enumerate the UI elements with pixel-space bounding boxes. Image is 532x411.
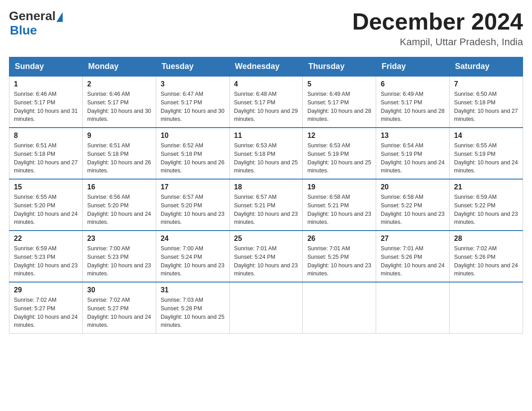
day-number: 24 (161, 235, 225, 243)
table-row: 11 Sunrise: 6:53 AM Sunset: 5:18 PM Dayl… (229, 128, 303, 179)
title-area: December 2024 Kampil, Uttar Pradesh, Ind… (352, 9, 523, 48)
day-number: 13 (381, 132, 445, 140)
day-number: 22 (14, 235, 78, 243)
table-row: 14 Sunrise: 6:55 AM Sunset: 5:19 PM Dayl… (450, 128, 523, 179)
day-info: Sunrise: 6:58 AM Sunset: 5:22 PM Dayligh… (381, 193, 445, 227)
table-row: 13 Sunrise: 6:54 AM Sunset: 5:19 PM Dayl… (376, 128, 450, 179)
day-info: Sunrise: 7:02 AM Sunset: 5:27 PM Dayligh… (87, 296, 151, 330)
day-number: 19 (307, 183, 371, 191)
table-row: 26 Sunrise: 7:01 AM Sunset: 5:25 PM Dayl… (303, 231, 376, 282)
day-number: 17 (161, 183, 225, 191)
table-row: 1 Sunrise: 6:46 AM Sunset: 5:17 PM Dayli… (9, 76, 83, 128)
table-row (450, 282, 523, 334)
col-header-sunday: Sunday (9, 57, 83, 77)
day-number: 16 (87, 183, 151, 191)
day-info: Sunrise: 7:01 AM Sunset: 5:24 PM Dayligh… (234, 244, 298, 278)
day-info: Sunrise: 6:59 AM Sunset: 5:22 PM Dayligh… (454, 193, 518, 227)
day-number: 10 (161, 132, 225, 140)
table-row: 18 Sunrise: 6:57 AM Sunset: 5:21 PM Dayl… (229, 179, 303, 231)
day-number: 9 (87, 132, 151, 140)
day-info: Sunrise: 6:51 AM Sunset: 5:18 PM Dayligh… (14, 141, 78, 175)
table-row: 16 Sunrise: 6:56 AM Sunset: 5:20 PM Dayl… (82, 179, 156, 231)
day-info: Sunrise: 6:56 AM Sunset: 5:20 PM Dayligh… (87, 193, 151, 227)
day-number: 6 (381, 80, 445, 88)
table-row (229, 282, 303, 334)
day-info: Sunrise: 7:01 AM Sunset: 5:26 PM Dayligh… (381, 244, 445, 278)
calendar-week-row: 8 Sunrise: 6:51 AM Sunset: 5:18 PM Dayli… (9, 128, 523, 179)
day-number: 5 (307, 80, 371, 88)
page-header: General Blue December 2024 Kampil, Uttar… (9, 9, 523, 48)
day-number: 23 (87, 235, 151, 243)
table-row: 4 Sunrise: 6:48 AM Sunset: 5:17 PM Dayli… (229, 76, 303, 128)
day-info: Sunrise: 7:00 AM Sunset: 5:23 PM Dayligh… (87, 244, 151, 278)
day-number: 7 (454, 80, 518, 88)
table-row: 8 Sunrise: 6:51 AM Sunset: 5:18 PM Dayli… (9, 128, 83, 179)
table-row: 5 Sunrise: 6:49 AM Sunset: 5:17 PM Dayli… (303, 76, 376, 128)
logo: General Blue (9, 9, 63, 38)
table-row: 31 Sunrise: 7:03 AM Sunset: 5:28 PM Dayl… (156, 282, 229, 334)
day-info: Sunrise: 6:54 AM Sunset: 5:19 PM Dayligh… (381, 141, 445, 175)
location-subtitle: Kampil, Uttar Pradesh, India (352, 36, 523, 48)
calendar-week-row: 15 Sunrise: 6:55 AM Sunset: 5:20 PM Dayl… (9, 179, 523, 231)
table-row: 20 Sunrise: 6:58 AM Sunset: 5:22 PM Dayl… (376, 179, 450, 231)
day-number: 27 (381, 235, 445, 243)
day-number: 3 (161, 80, 225, 88)
day-number: 1 (14, 80, 78, 88)
day-info: Sunrise: 7:01 AM Sunset: 5:25 PM Dayligh… (307, 244, 371, 278)
table-row: 29 Sunrise: 7:02 AM Sunset: 5:27 PM Dayl… (9, 282, 83, 334)
day-info: Sunrise: 6:46 AM Sunset: 5:17 PM Dayligh… (87, 90, 151, 124)
table-row: 24 Sunrise: 7:00 AM Sunset: 5:24 PM Dayl… (156, 231, 229, 282)
day-info: Sunrise: 6:50 AM Sunset: 5:18 PM Dayligh… (454, 90, 518, 124)
day-number: 11 (234, 132, 298, 140)
col-header-tuesday: Tuesday (156, 57, 229, 77)
day-number: 20 (381, 183, 445, 191)
logo-general-text: General (9, 9, 56, 23)
day-number: 2 (87, 80, 151, 88)
day-number: 31 (161, 286, 225, 294)
day-info: Sunrise: 6:53 AM Sunset: 5:18 PM Dayligh… (234, 141, 298, 175)
day-number: 8 (14, 132, 78, 140)
month-year-title: December 2024 (352, 9, 523, 34)
day-number: 14 (454, 132, 518, 140)
table-row (376, 282, 450, 334)
day-info: Sunrise: 6:57 AM Sunset: 5:20 PM Dayligh… (161, 193, 225, 227)
calendar-table: Sunday Monday Tuesday Wednesday Thursday… (9, 57, 523, 334)
calendar-week-row: 22 Sunrise: 6:59 AM Sunset: 5:23 PM Dayl… (9, 231, 523, 282)
col-header-wednesday: Wednesday (229, 57, 303, 77)
table-row: 21 Sunrise: 6:59 AM Sunset: 5:22 PM Dayl… (450, 179, 523, 231)
col-header-thursday: Thursday (303, 57, 376, 77)
day-number: 21 (454, 183, 518, 191)
day-info: Sunrise: 6:49 AM Sunset: 5:17 PM Dayligh… (381, 90, 445, 124)
table-row: 30 Sunrise: 7:02 AM Sunset: 5:27 PM Dayl… (82, 282, 156, 334)
table-row (303, 282, 376, 334)
table-row: 12 Sunrise: 6:53 AM Sunset: 5:19 PM Dayl… (303, 128, 376, 179)
day-number: 18 (234, 183, 298, 191)
day-number: 30 (87, 286, 151, 294)
table-row: 17 Sunrise: 6:57 AM Sunset: 5:20 PM Dayl… (156, 179, 229, 231)
day-number: 12 (307, 132, 371, 140)
day-number: 4 (234, 80, 298, 88)
calendar-header-row: Sunday Monday Tuesday Wednesday Thursday… (9, 57, 523, 77)
table-row: 10 Sunrise: 6:52 AM Sunset: 5:18 PM Dayl… (156, 128, 229, 179)
col-header-monday: Monday (82, 57, 156, 77)
table-row: 19 Sunrise: 6:58 AM Sunset: 5:21 PM Dayl… (303, 179, 376, 231)
table-row: 28 Sunrise: 7:02 AM Sunset: 5:26 PM Dayl… (450, 231, 523, 282)
table-row: 23 Sunrise: 7:00 AM Sunset: 5:23 PM Dayl… (82, 231, 156, 282)
table-row: 2 Sunrise: 6:46 AM Sunset: 5:17 PM Dayli… (82, 76, 156, 128)
day-info: Sunrise: 6:48 AM Sunset: 5:17 PM Dayligh… (234, 90, 298, 124)
day-info: Sunrise: 6:57 AM Sunset: 5:21 PM Dayligh… (234, 193, 298, 227)
table-row: 9 Sunrise: 6:51 AM Sunset: 5:18 PM Dayli… (82, 128, 156, 179)
day-number: 25 (234, 235, 298, 243)
calendar-week-row: 29 Sunrise: 7:02 AM Sunset: 5:27 PM Dayl… (9, 282, 523, 334)
day-info: Sunrise: 6:55 AM Sunset: 5:20 PM Dayligh… (14, 193, 78, 227)
day-info: Sunrise: 6:58 AM Sunset: 5:21 PM Dayligh… (307, 193, 371, 227)
day-number: 15 (14, 183, 78, 191)
day-info: Sunrise: 6:47 AM Sunset: 5:17 PM Dayligh… (161, 90, 225, 124)
day-info: Sunrise: 6:46 AM Sunset: 5:17 PM Dayligh… (14, 90, 78, 124)
logo-triangle-icon (56, 12, 63, 22)
day-info: Sunrise: 6:51 AM Sunset: 5:18 PM Dayligh… (87, 141, 151, 175)
col-header-friday: Friday (376, 57, 450, 77)
col-header-saturday: Saturday (450, 57, 523, 77)
day-info: Sunrise: 7:00 AM Sunset: 5:24 PM Dayligh… (161, 244, 225, 278)
day-info: Sunrise: 6:59 AM Sunset: 5:23 PM Dayligh… (14, 244, 78, 278)
